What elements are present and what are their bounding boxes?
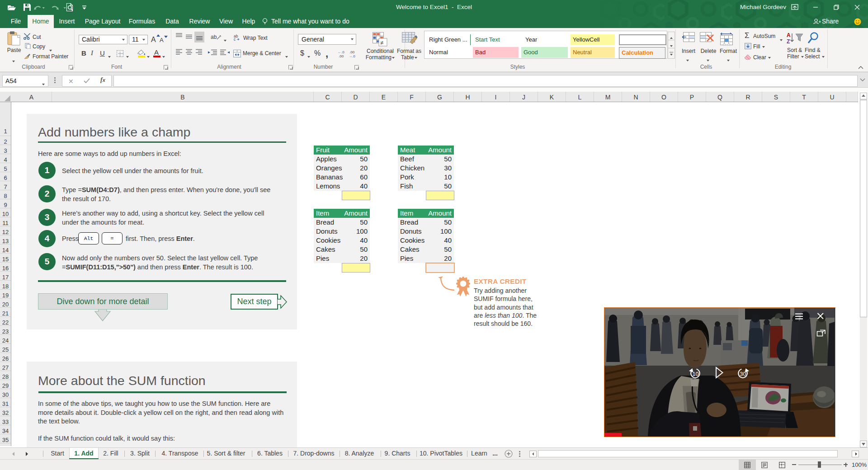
- svg-text:←.0: ←.0: [338, 50, 344, 54]
- svg-text:.00: .00: [349, 50, 355, 54]
- svg-text:.00: .00: [339, 54, 344, 58]
- svg-text:→.0: →.0: [349, 54, 355, 58]
- svg-text:A: A: [787, 32, 791, 38]
- svg-text:≠: ≠: [380, 39, 383, 46]
- svg-text:10: 10: [693, 371, 699, 377]
- svg-text:30: 30: [740, 371, 746, 377]
- svg-text:Z: Z: [787, 38, 790, 44]
- svg-text:ab: ab: [211, 34, 217, 40]
